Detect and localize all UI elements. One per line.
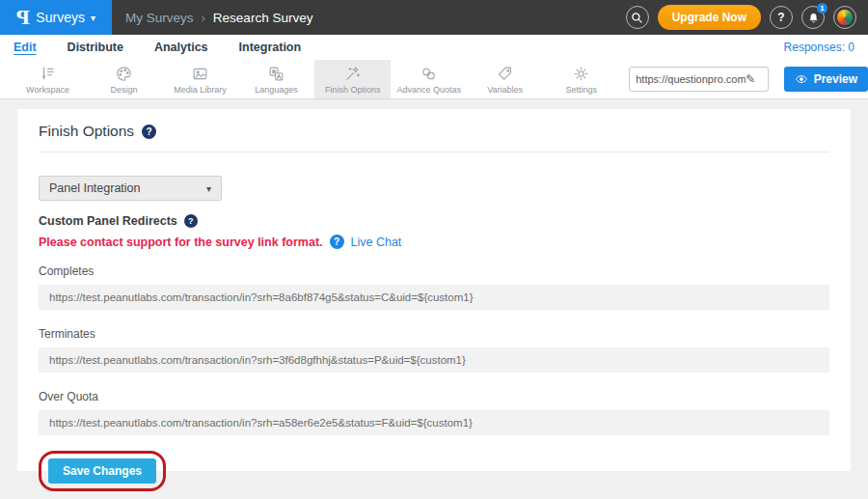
breadcrumb-my-surveys[interactable]: My Surveys <box>125 11 194 25</box>
save-changes-button[interactable]: Save Changes <box>48 458 156 484</box>
tab-analytics[interactable]: Analytics <box>154 41 208 54</box>
design-icon <box>115 65 133 83</box>
responses-count[interactable]: Responses: 0 <box>784 41 854 54</box>
product-name: Surveys <box>36 10 85 25</box>
chevron-down-icon: ▾ <box>206 183 211 194</box>
live-chat-icon[interactable]: ? <box>330 235 344 249</box>
eye-icon <box>795 72 808 86</box>
notification-badge: 1 <box>817 3 827 14</box>
workspace-icon <box>39 65 57 83</box>
dropdown-selected-value: Panel Integration <box>49 181 206 195</box>
toolbar-item-languages[interactable]: Languages <box>238 60 314 98</box>
edit-toolbar: Workspace Design Media Library Languages <box>0 60 868 99</box>
questionpro-logo: P <box>16 7 30 28</box>
toolbar-item-workspace[interactable]: Workspace <box>10 60 86 98</box>
toolbar-label: Design <box>111 85 138 95</box>
breadcrumb-separator: › <box>202 11 205 25</box>
help-button[interactable]: ? <box>770 6 793 29</box>
custom-panel-redirects-help-icon[interactable]: ? <box>184 214 198 228</box>
edit-url-pencil-icon[interactable]: ✎ <box>746 72 755 86</box>
divider <box>39 152 829 152</box>
tab-distribute[interactable]: Distribute <box>68 41 123 54</box>
custom-panel-redirects-heading: Custom Panel Redirects <box>39 214 177 228</box>
bell-icon <box>807 12 820 24</box>
live-chat-link[interactable]: Live Chat <box>351 236 402 249</box>
topbar-actions: Upgrade Now ? 1 <box>626 5 868 30</box>
finish-options-panel: Finish Options ? Panel Integration ▾ Cus… <box>17 109 851 471</box>
toolbar-label: Finish Options <box>325 85 381 95</box>
languages-icon <box>267 65 285 83</box>
toolbar-label: Advance Quotas <box>396 85 461 95</box>
breadcrumb-current-survey: Research Survey <box>213 11 313 25</box>
settings-icon <box>572 65 590 83</box>
upgrade-now-button[interactable]: Upgrade Now <box>658 5 761 30</box>
breadcrumb: My Surveys › Research Survey <box>125 11 312 25</box>
section-nav: Edit Distribute Analytics Integration Re… <box>0 35 868 60</box>
over-quota-label: Over Quota <box>39 390 829 403</box>
toolbar-item-design[interactable]: Design <box>86 60 162 98</box>
preview-button[interactable]: Preview <box>784 67 868 92</box>
toolbar-label: Languages <box>255 85 298 95</box>
chevron-down-icon: ▾ <box>91 13 95 23</box>
notifications-button[interactable]: 1 <box>801 6 825 29</box>
finish-options-icon <box>343 65 362 83</box>
preview-label: Preview <box>814 72 857 86</box>
over-quota-input[interactable] <box>39 410 829 435</box>
toolbar-label: Media Library <box>174 85 227 95</box>
page-title: Finish Options <box>39 123 134 140</box>
variables-icon <box>496 65 514 83</box>
survey-url-input[interactable] <box>636 73 746 85</box>
terminates-input[interactable] <box>39 347 829 373</box>
toolbar-item-advance-quotas[interactable]: Advance Quotas <box>391 60 467 98</box>
media-library-icon <box>191 65 209 83</box>
toolbar-label: Workspace <box>26 85 69 95</box>
toolbar-label: Variables <box>487 85 523 95</box>
terminates-label: Terminates <box>39 327 829 341</box>
completes-label: Completes <box>39 264 829 278</box>
toolbar-item-media-library[interactable]: Media Library <box>162 60 238 98</box>
search-button[interactable] <box>626 6 649 29</box>
question-mark-icon: ? <box>777 11 784 24</box>
toolbar-item-settings[interactable]: Settings <box>543 60 619 98</box>
finish-option-type-dropdown[interactable]: Panel Integration ▾ <box>39 176 222 201</box>
finish-options-help-icon[interactable]: ? <box>142 125 156 139</box>
annotation-highlight: Save Changes <box>39 451 166 491</box>
avatar <box>837 10 853 25</box>
completes-input[interactable] <box>39 285 829 310</box>
support-notice: Please contact support for the survey li… <box>39 236 323 249</box>
search-icon <box>631 12 643 24</box>
account-menu-button[interactable] <box>833 6 856 29</box>
toolbar-item-finish-options[interactable]: Finish Options <box>314 60 391 98</box>
toolbar-label: Settings <box>565 85 597 95</box>
top-bar: P Surveys ▾ My Surveys › Research Survey… <box>0 0 868 35</box>
tab-edit[interactable]: Edit <box>14 41 37 54</box>
advance-quotas-icon <box>420 65 438 83</box>
tab-integration[interactable]: Integration <box>239 41 302 54</box>
survey-url-box: ✎ <box>629 67 768 92</box>
toolbar-item-variables[interactable]: Variables <box>467 60 543 98</box>
surveys-product-dropdown[interactable]: P Surveys ▾ <box>0 0 112 35</box>
